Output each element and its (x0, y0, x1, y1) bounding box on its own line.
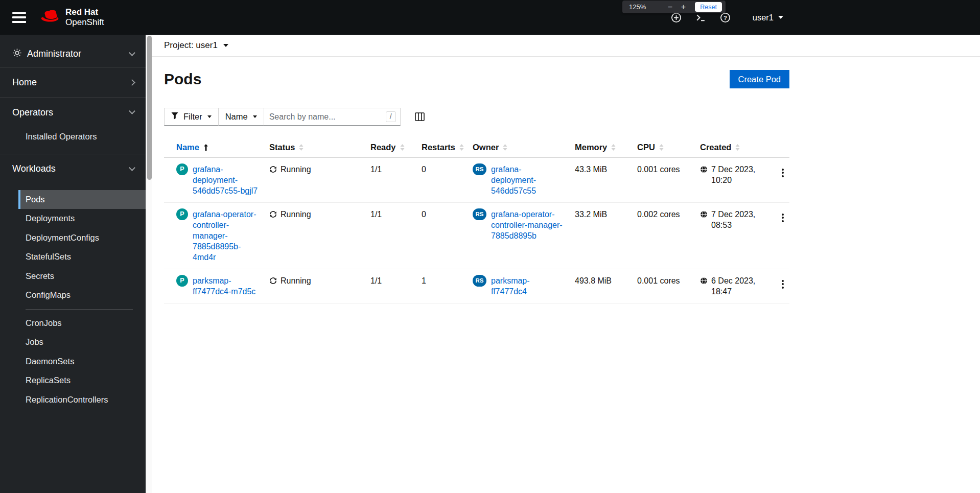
help-icon[interactable]: ? (720, 12, 731, 23)
pod-badge: P (176, 275, 188, 287)
replicaset-badge: RS (473, 163, 486, 175)
column-header-memory[interactable]: Memory (567, 139, 629, 157)
sidebar-item-deploymentconfigs[interactable]: DeploymentConfigs (18, 228, 146, 248)
sidebar-item-daemonsets[interactable]: DaemonSets (18, 352, 146, 371)
cell-ready: 1/1 (362, 203, 413, 269)
name-filter-dropdown[interactable]: Name (218, 108, 264, 126)
cell-status: Running (261, 158, 362, 202)
table-header-row: Name Status Ready (164, 139, 789, 158)
brand-name-top: Red Hat (65, 7, 104, 17)
sidebar-item-configmaps[interactable]: ConfigMaps (18, 286, 146, 305)
manage-columns-button[interactable] (414, 111, 426, 123)
search-input[interactable] (264, 112, 386, 122)
user-menu[interactable]: user1 (753, 13, 783, 22)
globe-icon (700, 277, 708, 285)
pod-name-link[interactable]: grafana-deployment-546dd57c55-bgjl7 (193, 164, 258, 196)
column-header-restarts[interactable]: Restarts (413, 139, 464, 157)
replicaset-badge: RS (473, 208, 486, 220)
filter-toolbar: Filter Name / (164, 108, 789, 126)
kebab-menu-button[interactable] (779, 165, 787, 180)
cell-cpu: 0.001 cores (629, 158, 692, 202)
create-pod-button[interactable]: Create Pod (730, 70, 789, 88)
perspective-switcher[interactable]: Administrator (0, 41, 146, 67)
terminal-icon[interactable] (695, 12, 707, 23)
chevron-down-icon (223, 44, 228, 47)
pods-table: Name Status Ready (164, 139, 789, 303)
column-header-name[interactable]: Name (164, 139, 261, 157)
pod-badge: P (176, 163, 188, 175)
column-header-created[interactable]: Created (692, 139, 763, 157)
cell-actions (763, 269, 789, 303)
slash-shortcut-hint: / (386, 111, 396, 122)
status-text: Running (281, 209, 311, 220)
cell-ready: 1/1 (362, 158, 413, 202)
project-selector[interactable]: Project: user1 (164, 40, 228, 51)
owner-link[interactable]: grafana-operator-controller-manager-7885… (491, 209, 564, 241)
nav-section-workloads: Workloads Pods Deployments DeploymentCon… (0, 154, 146, 410)
sidebar-item-cronjobs[interactable]: CronJobs (18, 314, 146, 333)
column-header-status[interactable]: Status (261, 139, 362, 157)
cell-cpu: 0.002 cores (629, 203, 692, 269)
sidebar-item-installed-operators[interactable]: Installed Operators (18, 127, 146, 147)
sidebar-scrollbar[interactable] (146, 35, 152, 493)
sidebar-item-home[interactable]: Home (0, 67, 146, 97)
sidebar-item-jobs[interactable]: Jobs (18, 333, 146, 352)
sort-icon (503, 144, 507, 151)
caret-down-icon (253, 115, 257, 118)
name-filter-label: Name (225, 112, 248, 122)
sidebar-item-deployments[interactable]: Deployments (18, 209, 146, 228)
gear-icon (12, 48, 22, 60)
column-header-owner[interactable]: Owner (464, 139, 567, 157)
sync-icon (269, 210, 277, 218)
pod-badge: P (176, 208, 188, 220)
sync-icon (269, 166, 277, 173)
caret-down-icon (207, 115, 212, 118)
cell-memory: 43.3 MiB (567, 158, 629, 202)
zoom-in-button[interactable]: + (676, 1, 690, 13)
table-row: P grafana-operator-controller-manager-78… (164, 203, 789, 269)
perspective-label: Administrator (27, 49, 81, 59)
pod-name-link[interactable]: grafana-operator-controller-manager-7885… (193, 209, 258, 263)
sidebar-item-workloads[interactable]: Workloads (0, 154, 146, 184)
zoom-out-button[interactable]: − (663, 1, 676, 13)
sidebar-item-replicasets[interactable]: ReplicaSets (18, 371, 146, 390)
status-text: Running (281, 164, 311, 175)
sidebar-nav: Administrator Home Operators Installed O… (0, 35, 146, 493)
nav-section-home: Home (0, 67, 146, 98)
kebab-menu-button[interactable] (779, 210, 787, 225)
svg-text:?: ? (724, 14, 727, 20)
scrollbar-thumb[interactable] (147, 36, 152, 180)
nav-toggle-button[interactable] (12, 12, 26, 23)
zoom-reset-button[interactable]: Reset (695, 2, 722, 12)
cell-owner: RS grafana-operator-controller-manager-7… (464, 203, 567, 269)
cell-restarts: 0 (413, 203, 464, 269)
replicaset-badge: RS (473, 275, 486, 287)
sort-icon (459, 144, 464, 151)
sidebar-item-secrets[interactable]: Secrets (18, 267, 146, 286)
pod-name-link[interactable]: parksmap-ff7477dc4-m7d5c (193, 275, 258, 297)
sidebar-item-replicationcontrollers[interactable]: ReplicationControllers (18, 390, 146, 410)
owner-link[interactable]: parksmap-ff7477dc4 (491, 275, 564, 297)
sidebar-item-operators[interactable]: Operators (0, 98, 146, 127)
sync-icon (269, 277, 277, 285)
sort-icon (400, 144, 405, 151)
cell-name: P parksmap-ff7477dc4-m7d5c (164, 269, 261, 303)
redhat-openshift-logo[interactable]: Red Hat OpenShift (40, 7, 104, 27)
cell-created: 7 Dec 2023, 10:20 (692, 158, 763, 202)
plus-circle-icon[interactable] (671, 12, 682, 23)
main-content: Project: user1 Pods Create Pod Filter Na… (152, 35, 980, 493)
sort-ascending-icon (203, 144, 208, 151)
chevron-down-icon (129, 165, 135, 171)
sidebar-item-statefulsets[interactable]: StatefulSets (18, 247, 146, 267)
cell-actions (763, 203, 789, 269)
column-header-ready[interactable]: Ready (362, 139, 413, 157)
sidebar-item-pods[interactable]: Pods (18, 190, 146, 209)
status-text: Running (281, 275, 311, 286)
kebab-menu-button[interactable] (779, 276, 787, 292)
filter-dropdown[interactable]: Filter (164, 108, 219, 126)
cell-restarts: 0 (413, 158, 464, 202)
column-header-cpu[interactable]: CPU (629, 139, 692, 157)
owner-link[interactable]: grafana-deployment-546dd57c55 (491, 164, 564, 196)
cell-name: P grafana-operator-controller-manager-78… (164, 203, 261, 269)
cell-status: Running (261, 203, 362, 269)
